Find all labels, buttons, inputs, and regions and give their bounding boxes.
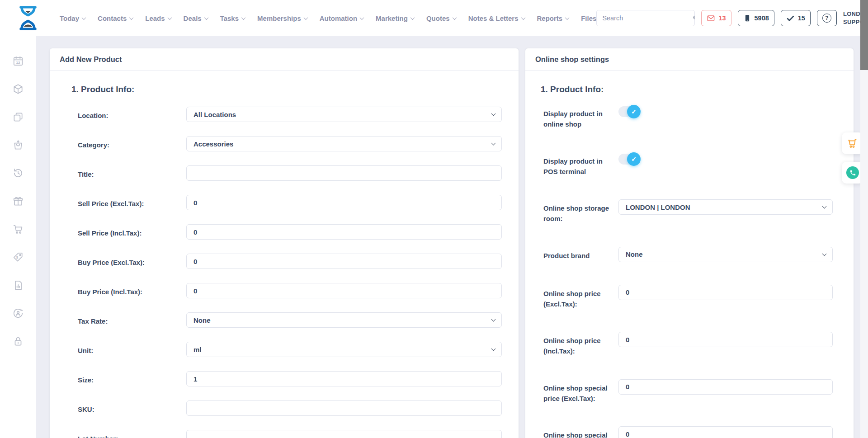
cart-icon[interactable] xyxy=(12,223,24,235)
gift-icon[interactable] xyxy=(12,195,24,207)
package-icon[interactable] xyxy=(12,83,24,95)
account-sync-icon[interactable] xyxy=(12,307,24,319)
product-brand-select[interactable]: None xyxy=(618,247,833,262)
section-heading: 1. Product Info: xyxy=(71,85,519,94)
nav-item-tasks[interactable]: Tasks xyxy=(220,14,245,22)
chevron-down-icon xyxy=(82,15,86,20)
hourglass-logo-icon[interactable] xyxy=(16,5,40,32)
chevron-down-icon xyxy=(491,112,496,116)
form-row-display-online-shop: Display product in online shop ✓ xyxy=(543,105,833,130)
chevron-down-icon xyxy=(565,15,570,20)
online-shop-form: Display product in online shop ✓ Display… xyxy=(525,105,854,438)
nav-item-marketing[interactable]: Marketing xyxy=(376,14,414,22)
checkmark-icon xyxy=(786,14,795,23)
calls-badge[interactable]: 5908 xyxy=(738,10,774,26)
size-input[interactable] xyxy=(186,371,502,386)
top-navbar: Today Contacts Leads Deals Tasks Members… xyxy=(0,0,860,36)
form-row-shop-price-incl: Online shop price (Incl.Tax): xyxy=(543,332,833,357)
question-icon: ? xyxy=(822,14,831,23)
form-row-category: Category: Accessories xyxy=(78,136,502,151)
chevron-down-icon xyxy=(452,15,457,20)
form-row-unit: Unit: ml xyxy=(78,342,502,357)
storage-room-select[interactable]: LONDON | LONDON xyxy=(618,199,833,215)
buy-price-excl-input[interactable] xyxy=(186,254,502,269)
chevron-down-icon xyxy=(822,204,827,209)
form-row-shop-price-excl: Online shop price (Excl.Tax): xyxy=(543,285,833,310)
nav-item-deals[interactable]: Deals xyxy=(184,14,208,22)
envelope-icon xyxy=(707,14,715,23)
nav-item-quotes[interactable]: Quotes xyxy=(426,14,456,22)
main-nav: Today Contacts Leads Deals Tasks Members… xyxy=(60,14,596,22)
section-heading: 1. Product Info: xyxy=(541,85,854,94)
chevron-down-icon xyxy=(303,15,308,20)
nav-item-leads[interactable]: Leads xyxy=(145,14,171,22)
sell-price-excl-input[interactable] xyxy=(186,195,502,210)
display-online-shop-toggle[interactable]: ✓ xyxy=(618,106,639,117)
page: Today Contacts Leads Deals Tasks Members… xyxy=(0,0,868,438)
svg-text:12: 12 xyxy=(16,61,20,65)
chevron-down-icon xyxy=(167,15,172,20)
chevron-down-icon xyxy=(204,15,208,20)
history-icon[interactable] xyxy=(12,167,24,179)
shopping-bag-icon[interactable] xyxy=(12,139,24,151)
form-row-sell-price-excl: Sell Price (Excl.Tax): xyxy=(78,195,502,210)
nav-item-files[interactable]: Files xyxy=(581,14,596,22)
scrollbar-thumb[interactable] xyxy=(860,0,868,70)
special-price-excl-input[interactable] xyxy=(618,379,833,395)
help-button[interactable]: ? xyxy=(817,10,837,26)
form-row-sell-price-incl: Sell Price (Incl.Tax): xyxy=(78,224,502,240)
special-price-incl-input[interactable] xyxy=(618,426,833,438)
price-tag-icon[interactable]: $ xyxy=(12,251,24,263)
search-icon[interactable] xyxy=(692,10,695,26)
sku-input[interactable] xyxy=(186,400,502,416)
form-row-size: Size: xyxy=(78,371,502,386)
lock-icon[interactable] xyxy=(12,335,24,347)
form-row-buy-price-excl: Buy Price (Excl.Tax): xyxy=(78,254,502,269)
chevron-down-icon xyxy=(360,15,364,20)
form-row-display-pos: Display product in POS terminal ✓ xyxy=(543,152,833,177)
tax-rate-select[interactable]: None xyxy=(186,312,502,328)
calendar-icon[interactable]: 12 xyxy=(12,55,24,67)
duplicate-icon[interactable] xyxy=(12,111,24,123)
navbar-right: 13 5908 15 ? LONDON SUPPORT xyxy=(596,8,868,28)
calls-count: 5908 xyxy=(755,14,769,22)
buy-price-incl-input[interactable] xyxy=(186,283,502,298)
messages-badge[interactable]: 13 xyxy=(701,10,731,26)
panel-title: Add New Product xyxy=(50,48,519,71)
chevron-down-icon xyxy=(491,317,496,322)
nav-item-reports[interactable]: Reports xyxy=(537,14,569,22)
lot-number-input[interactable] xyxy=(186,430,502,438)
title-input[interactable] xyxy=(186,165,502,181)
display-pos-toggle[interactable]: ✓ xyxy=(618,154,639,165)
category-select[interactable]: Accessories xyxy=(186,136,502,151)
form-row-title: Title: xyxy=(78,165,502,181)
add-new-product-panel: Add New Product 1. Product Info: Locatio… xyxy=(50,48,519,438)
online-shop-settings-panel: Online shop settings 1. Product Info: Di… xyxy=(525,48,854,438)
nav-item-notes-letters[interactable]: Notes & Letters xyxy=(468,14,525,22)
form-row-buy-price-incl: Buy Price (Incl.Tax): xyxy=(78,283,502,298)
panel-title: Online shop settings xyxy=(525,48,854,71)
product-form: Location: All Locations Category: Access… xyxy=(50,107,519,438)
sell-price-incl-input[interactable] xyxy=(186,224,502,240)
nav-item-today[interactable]: Today xyxy=(60,14,85,22)
form-row-product-brand: Product brand None xyxy=(543,247,833,262)
form-row-sku: SKU: xyxy=(78,400,502,416)
form-row-location: Location: All Locations xyxy=(78,107,502,122)
search-input[interactable] xyxy=(597,10,692,26)
form-row-special-price-incl: Online shop special price (Incl.Tax): xyxy=(543,426,833,438)
tasks-badge[interactable]: 15 xyxy=(781,10,811,26)
toggle-check-icon: ✓ xyxy=(627,152,641,166)
chevron-down-icon xyxy=(491,141,496,146)
form-row-tax-rate: Tax Rate: None xyxy=(78,312,502,328)
nav-item-automation[interactable]: Automation xyxy=(320,14,363,22)
shop-price-excl-input[interactable] xyxy=(618,285,833,300)
cart-icon xyxy=(847,137,859,149)
nav-item-contacts[interactable]: Contacts xyxy=(98,14,133,22)
nav-item-memberships[interactable]: Memberships xyxy=(257,14,307,22)
location-select[interactable]: All Locations xyxy=(186,107,502,122)
chevron-down-icon xyxy=(241,15,246,20)
shop-price-incl-input[interactable] xyxy=(618,332,833,347)
unit-select[interactable]: ml xyxy=(186,342,502,357)
report-icon[interactable] xyxy=(12,279,24,291)
page-scrollbar xyxy=(860,0,868,438)
